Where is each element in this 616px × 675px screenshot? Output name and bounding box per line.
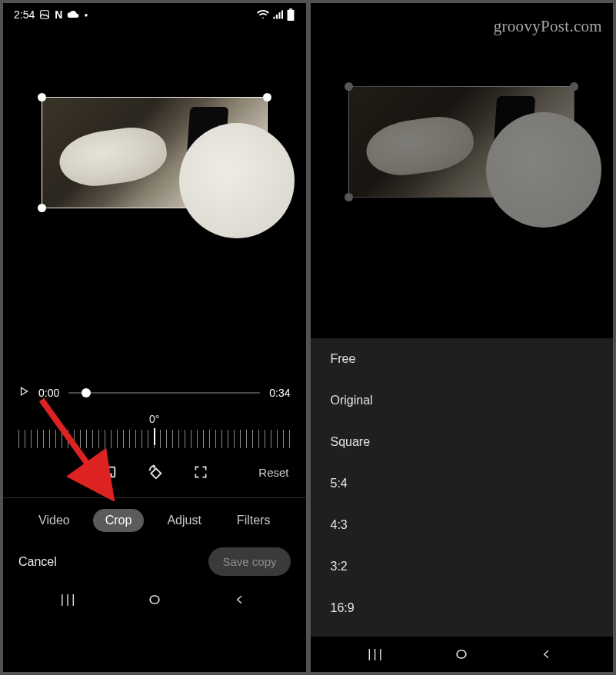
status-time: 2:54	[14, 8, 35, 21]
rotate-icon[interactable]	[146, 464, 163, 480]
crop-handle-tr[interactable]	[263, 93, 271, 101]
cancel-button[interactable]: Cancel	[18, 555, 57, 569]
crop-frame[interactable]	[348, 86, 574, 198]
svg-rect-2	[289, 8, 292, 10]
svg-rect-4	[151, 468, 161, 478]
signal-icon	[272, 9, 283, 20]
cloud-icon	[67, 10, 79, 19]
svg-rect-5	[150, 596, 159, 604]
svg-rect-3	[102, 467, 115, 477]
android-nav-bar: |||	[3, 582, 306, 617]
scrubber-knob[interactable]	[82, 388, 91, 397]
netflix-icon: N	[55, 8, 62, 21]
svg-rect-6	[457, 650, 466, 658]
crop-handle-tr[interactable]	[570, 82, 578, 91]
back-icon[interactable]	[538, 646, 555, 663]
tab-filters[interactable]: Filters	[225, 509, 283, 532]
crop-handle-tl[interactable]	[38, 93, 46, 101]
aspect-option-square[interactable]: Square	[311, 421, 614, 463]
aspect-option-original[interactable]: Original	[311, 380, 614, 421]
android-nav-bar: |||	[311, 637, 614, 672]
rotation-dial: 0°	[3, 413, 306, 448]
tab-adjust[interactable]: Adjust	[155, 509, 213, 532]
crop-handle-tl[interactable]	[345, 82, 353, 91]
back-icon[interactable]	[231, 591, 248, 608]
aspect-option-free[interactable]: Free	[311, 338, 614, 380]
video-scrubber: 0:00 0:34	[3, 386, 306, 399]
action-row: Cancel Save copy	[3, 543, 306, 582]
crop-handle-br[interactable]	[263, 204, 271, 212]
play-icon[interactable]	[18, 386, 29, 399]
aspect-ratio-icon[interactable]	[100, 464, 117, 480]
battery-icon	[286, 8, 295, 21]
watermark: groovyPost.com	[494, 17, 602, 36]
save-copy-button[interactable]: Save copy	[208, 547, 290, 576]
aspect-option-16-9[interactable]: 16:9	[311, 587, 614, 629]
playback-current-time: 0:00	[38, 387, 59, 399]
crop-handle-br[interactable]	[570, 193, 578, 201]
aspect-option-4-3[interactable]: 4:3	[311, 504, 614, 546]
recents-icon[interactable]: |||	[61, 591, 78, 608]
wifi-icon	[257, 9, 269, 20]
phone-screenshot-right: groovyPost.com Free Original Square 5:4 …	[311, 3, 614, 672]
crop-frame[interactable]	[42, 97, 268, 208]
svg-rect-1	[287, 10, 294, 21]
tab-crop[interactable]: Crop	[93, 509, 145, 532]
phone-screenshot-left: 2:54 N ● 0:00 0:34 0°	[3, 3, 306, 672]
aspect-option-3-2[interactable]: 3:2	[311, 546, 614, 587]
recents-icon[interactable]: |||	[368, 646, 385, 663]
expand-icon[interactable]	[192, 464, 209, 480]
rotation-angle: 0°	[3, 413, 306, 425]
home-icon[interactable]	[146, 591, 163, 608]
status-bar: 2:54 N ●	[3, 3, 306, 26]
reset-button[interactable]: Reset	[258, 466, 288, 479]
rotation-dial-track[interactable]	[18, 430, 291, 448]
crop-handle-bl[interactable]	[38, 204, 46, 212]
edit-tabs: Video Crop Adjust Filters	[3, 498, 306, 543]
aspect-option-5-4[interactable]: 5:4	[311, 463, 614, 504]
image-icon	[39, 9, 50, 20]
tab-video[interactable]: Video	[26, 509, 82, 532]
video-preview	[3, 26, 306, 288]
scrubber-track[interactable]	[68, 392, 260, 394]
crop-handle-bl[interactable]	[345, 193, 353, 201]
home-icon[interactable]	[453, 646, 470, 663]
video-preview	[311, 3, 614, 311]
crop-tool-row: Reset	[3, 464, 306, 480]
playback-duration: 0:34	[269, 387, 290, 399]
dot-icon: ●	[84, 12, 88, 18]
aspect-ratio-menu: Free Original Square 5:4 4:3 3:2 16:9	[311, 338, 614, 637]
